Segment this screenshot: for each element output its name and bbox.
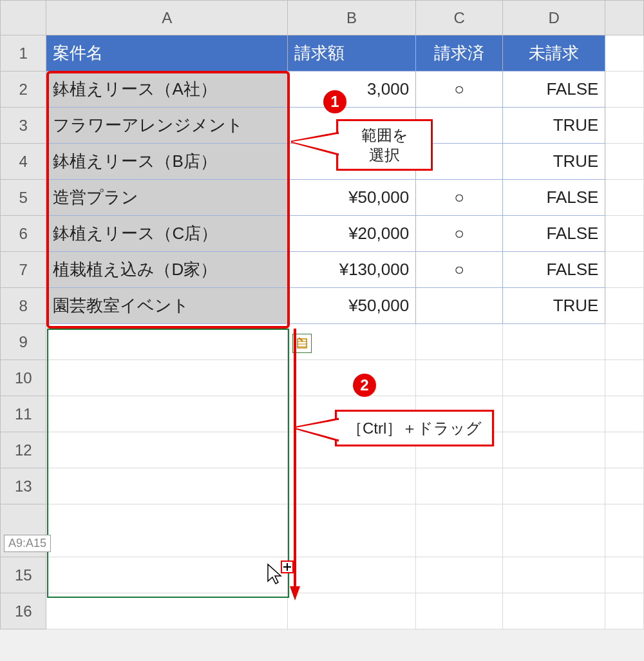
cell-B15[interactable] bbox=[287, 557, 415, 593]
cell-D12[interactable] bbox=[503, 432, 605, 468]
cell-B1[interactable]: 請求額 bbox=[287, 35, 415, 72]
cell-E12[interactable] bbox=[605, 432, 644, 468]
cell-E16[interactable] bbox=[605, 593, 644, 629]
cell-D15[interactable] bbox=[503, 557, 605, 593]
row-header-11[interactable]: 11 bbox=[1, 396, 46, 432]
select-all-corner[interactable] bbox=[1, 1, 46, 35]
row-header-8[interactable]: 8 bbox=[1, 288, 46, 324]
cell-D3[interactable]: TRUE bbox=[503, 108, 605, 144]
annotation-callout-2: ［Ctrl］＋ドラッグ bbox=[335, 410, 494, 446]
cell-D6[interactable]: FALSE bbox=[503, 216, 605, 252]
col-header-A[interactable]: A bbox=[46, 1, 287, 35]
cell-D11[interactable] bbox=[503, 396, 605, 432]
cell-A3[interactable]: フラワーアレンジメント bbox=[46, 108, 287, 144]
cell-A4[interactable]: 鉢植えリース（B店） bbox=[46, 144, 287, 180]
cell-A9[interactable] bbox=[46, 324, 287, 360]
cell-C8[interactable] bbox=[416, 288, 503, 324]
annotation-badge-1: 1 bbox=[323, 90, 346, 113]
cell-A2[interactable]: 鉢植えリース（A社） bbox=[46, 72, 287, 108]
cell-A8[interactable]: 園芸教室イベント bbox=[46, 288, 287, 324]
cell-A10[interactable] bbox=[46, 360, 287, 396]
row-header-15[interactable]: 15 bbox=[1, 557, 46, 593]
cell-C13[interactable] bbox=[416, 468, 503, 504]
cell-A14[interactable] bbox=[46, 504, 287, 557]
col-header-B[interactable]: B bbox=[287, 1, 415, 35]
cell-E11[interactable] bbox=[605, 396, 644, 432]
cell-E6[interactable] bbox=[605, 216, 644, 252]
annotation-badge-2: 2 bbox=[353, 374, 376, 397]
cell-A12[interactable] bbox=[46, 432, 287, 468]
cell-C5[interactable]: ○ bbox=[416, 180, 503, 216]
plus-cursor-icon bbox=[281, 560, 294, 573]
annotation-callout-1: 範囲を 選択 bbox=[336, 119, 433, 171]
cell-D14[interactable] bbox=[503, 504, 605, 557]
row-header-6[interactable]: 6 bbox=[1, 216, 46, 252]
cell-A6[interactable]: 鉢植えリース（C店） bbox=[46, 216, 287, 252]
row-header-13[interactable]: 13 bbox=[1, 468, 46, 504]
row-header-16[interactable]: 16 bbox=[1, 593, 46, 629]
cell-E9[interactable] bbox=[605, 324, 644, 360]
cell-A15[interactable] bbox=[46, 557, 287, 593]
cell-E7[interactable] bbox=[605, 252, 644, 288]
cell-D4[interactable]: TRUE bbox=[503, 144, 605, 180]
cell-C14[interactable] bbox=[416, 504, 503, 557]
cell-B13[interactable] bbox=[287, 468, 415, 504]
cell-D13[interactable] bbox=[503, 468, 605, 504]
col-header-D[interactable]: D bbox=[503, 1, 605, 35]
cell-B14[interactable] bbox=[287, 504, 415, 557]
cell-C6[interactable]: ○ bbox=[416, 216, 503, 252]
row-header-3[interactable]: 3 bbox=[1, 108, 46, 144]
cell-E13[interactable] bbox=[605, 468, 644, 504]
cell-C10[interactable] bbox=[416, 360, 503, 396]
cell-A7[interactable]: 植栽植え込み（D家） bbox=[46, 252, 287, 288]
row-header-7[interactable]: 7 bbox=[1, 252, 46, 288]
cell-D9[interactable] bbox=[503, 324, 605, 360]
cell-C2[interactable]: ○ bbox=[416, 72, 503, 108]
cell-E1[interactable] bbox=[605, 35, 644, 72]
cell-C16[interactable] bbox=[416, 593, 503, 629]
cell-B16[interactable] bbox=[287, 593, 415, 629]
cell-A5[interactable]: 造営プラン bbox=[46, 180, 287, 216]
cell-C9[interactable] bbox=[416, 324, 503, 360]
cell-B6[interactable]: ¥20,000 bbox=[287, 216, 415, 252]
cell-D2[interactable]: FALSE bbox=[503, 72, 605, 108]
cell-E8[interactable] bbox=[605, 288, 644, 324]
cell-E14[interactable] bbox=[605, 504, 644, 557]
row-header-4[interactable]: 4 bbox=[1, 144, 46, 180]
cell-D7[interactable]: FALSE bbox=[503, 252, 605, 288]
paste-options-icon[interactable] bbox=[292, 334, 312, 353]
cell-B8[interactable]: ¥50,000 bbox=[287, 288, 415, 324]
cell-B2[interactable]: 3,000 bbox=[287, 72, 415, 108]
cell-E4[interactable] bbox=[605, 144, 644, 180]
cell-E2[interactable] bbox=[605, 72, 644, 108]
cell-B10[interactable] bbox=[287, 360, 415, 396]
cell-A13[interactable] bbox=[46, 468, 287, 504]
row-header-9[interactable]: 9 bbox=[1, 324, 46, 360]
cell-D16[interactable] bbox=[503, 593, 605, 629]
cell-D5[interactable]: FALSE bbox=[503, 180, 605, 216]
cell-D1[interactable]: 未請求 bbox=[503, 35, 605, 72]
row-header-12[interactable]: 12 bbox=[1, 432, 46, 468]
cell-C7[interactable]: ○ bbox=[416, 252, 503, 288]
cell-D8[interactable]: TRUE bbox=[503, 288, 605, 324]
cell-D10[interactable] bbox=[503, 360, 605, 396]
col-header-C[interactable]: C bbox=[416, 1, 503, 35]
cell-E10[interactable] bbox=[605, 360, 644, 396]
cell-E5[interactable] bbox=[605, 180, 644, 216]
row-header-1[interactable]: 1 bbox=[1, 35, 46, 72]
cell-C1[interactable]: 請求済 bbox=[416, 35, 503, 72]
cell-A11[interactable] bbox=[46, 396, 287, 432]
cell-A1[interactable]: 案件名 bbox=[46, 35, 287, 72]
row-header-2[interactable]: 2 bbox=[1, 72, 46, 108]
cell-B7[interactable]: ¥130,000 bbox=[287, 252, 415, 288]
row-header-10[interactable]: 10 bbox=[1, 360, 46, 396]
cell-A16[interactable] bbox=[46, 593, 287, 629]
cell-B5[interactable]: ¥50,000 bbox=[287, 180, 415, 216]
range-tooltip: A9:A15 bbox=[4, 535, 51, 552]
row-header-5[interactable]: 5 bbox=[1, 180, 46, 216]
cell-C15[interactable] bbox=[416, 557, 503, 593]
cell-E3[interactable] bbox=[605, 108, 644, 144]
cell-E15[interactable] bbox=[605, 557, 644, 593]
col-header-E[interactable] bbox=[605, 1, 644, 35]
